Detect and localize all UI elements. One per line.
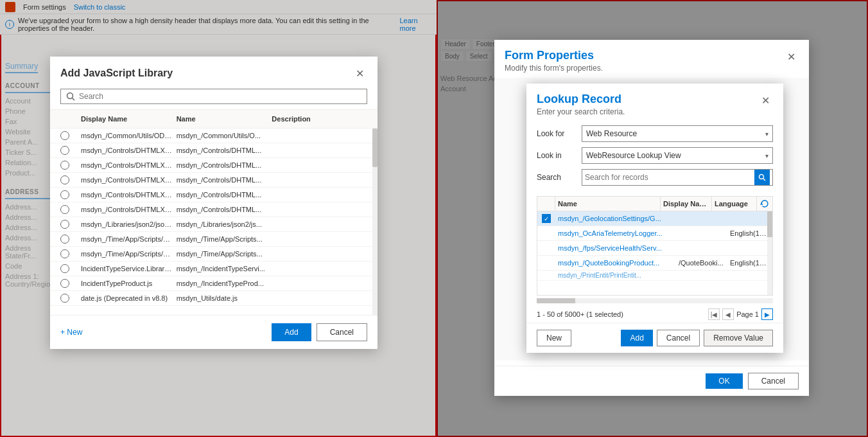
lookup-row-display [676,217,727,220]
row-desc [272,222,367,226]
lookup-cancel-button[interactable]: Cancel [657,330,700,346]
new-button[interactable]: + New [60,328,82,337]
check-icon: ✓ [544,215,549,222]
row-radio[interactable] [60,264,69,273]
row-radio[interactable] [60,131,69,140]
table-row[interactable]: msdyn_/Libraries/json2/json2.js msdyn_/L… [50,217,378,232]
lookup-table: Name Display Name... Language ✓ msdyn_/G… [537,196,773,296]
row-name: msdyn_/Libraries/json2/js... [177,219,272,230]
table-row[interactable]: msdyn_/Controls/DHTMLXSuite/dhtmlx.js ms… [50,202,378,217]
row-radio[interactable] [60,235,69,244]
prev-page-button[interactable]: ◀ [722,308,734,320]
table-row[interactable]: msdyn_/Controls/DHTMLXScheduler/dhtmlxsc… [50,158,378,173]
row-display-name: msdyn_/Controls/DHTMLXScheduler/dhtmlxsc… [81,145,177,156]
dialog-footer: + New Add Cancel [50,315,378,349]
learn-more-link[interactable]: Learn more [400,17,432,32]
lookup-search-button[interactable] [754,170,770,185]
look-in-select[interactable]: WebResource Lookup View ▾ [582,147,773,164]
form-props-ok-button[interactable]: OK [706,373,742,389]
row-radio[interactable] [60,294,69,303]
dialog-search-area [50,86,378,109]
lookup-fields: Look for Web Resource ▾ Look in WebResou… [526,120,783,193]
search-field [582,169,773,186]
row-name: msdyn_/Time/App/Scripts... [177,248,272,260]
row-name: msdyn_/IncidentTypeServi... [177,263,272,274]
add-button[interactable]: Add [272,323,311,341]
table-row[interactable]: IncidentTypeProduct.js msdyn_/IncidentTy… [50,276,378,291]
next-page-button[interactable]: ▶ [761,308,773,320]
form-props-title: Form Properties [505,49,603,62]
row-radio[interactable] [60,161,69,170]
lookup-row-selected[interactable]: ✓ msdyn_/GeolocationSettings/G... [537,211,772,226]
lookup-row[interactable]: msdyn_/fps/ServiceHealth/Serv... [537,241,772,256]
lookup-subtitle: Enter your search criteria. [537,107,625,116]
form-props-footer: OK Cancel [494,366,809,396]
form-props-cancel-button[interactable]: Cancel [748,373,799,389]
info-text: We've upgraded your form to show a high … [18,17,396,32]
table-row[interactable]: msdyn_/Time/App/Scripts/ViewModels/TimeE… [50,232,378,247]
search-icon [66,92,75,101]
row-desc [272,193,367,197]
lookup-row-name[interactable]: msdyn_/QuoteBookingProduct... [555,257,676,269]
row-display-name: msdyn_/Controls/DHTMLXScheduler/dhtmlxsc… [81,174,177,186]
refresh-icon[interactable] [757,197,772,211]
col-display-name: Display Name [81,112,177,125]
lookup-row-name[interactable]: msdyn_OcAriaTelemetryLogger... [555,227,676,239]
table-row[interactable]: msdyn_/Controls/DHTMLXScheduler/dhtmlxsc… [50,173,378,188]
lookup-row-name[interactable]: msdyn_/GeolocationSettings/G... [555,213,676,224]
lookup-horizontal-scrollbar[interactable] [537,298,773,303]
cancel-button[interactable]: Cancel [317,323,367,341]
lookup-footer: New Add Cancel Remove Value [526,323,783,353]
row-display-name: msdyn_/Controls/DHTMLXScheduler/dhtmlxsc… [81,189,177,201]
lookup-close-button[interactable]: ✕ [758,93,773,108]
table-row[interactable]: IncidentTypeService.Library.js msdyn_/In… [50,262,378,276]
lookup-status-bar: 1 - 50 of 5000+ (1 selected) |◀ ◀ Page 1… [526,306,783,323]
row-desc [272,252,367,256]
row-checkbox[interactable]: ✓ [542,214,551,223]
row-desc [272,148,367,152]
row-display-name: msdyn_/Controls/DHTMLXSuite/dhtmlx.js [81,204,177,215]
lookup-col-display-name: Display Name... [661,197,712,211]
switch-to-classic-link[interactable]: Switch to classic [74,3,126,11]
add-js-library-dialog: Add JavaScript Library ✕ Display Name Na… [50,57,378,349]
row-radio[interactable] [60,146,69,155]
form-props-close-button[interactable]: ✕ [783,49,799,64]
row-desc [272,134,367,138]
lookup-row[interactable]: msdyn_OcAriaTelemetryLogger... English(1… [537,226,772,241]
row-radio[interactable] [60,220,69,229]
svg-point-2 [759,175,764,179]
table-row[interactable]: msdyn_/Common/Utils/ODataQueryOptions.js… [50,129,378,143]
table-row[interactable]: msdyn_/Time/App/Scripts/ViewModels/TimeE… [50,247,378,262]
row-name: msdyn_/Common/Utils/O... [177,130,272,141]
lookup-remove-button[interactable]: Remove Value [704,330,773,346]
table-row[interactable]: msdyn_/Controls/DHTMLXScheduler/dhtmlxsc… [50,188,378,202]
pagination: |◀ ◀ Page 1 ▶ [708,308,773,320]
look-for-select[interactable]: Web Resource ▾ [582,125,773,142]
table-row[interactable]: msdyn_/Controls/DHTMLXScheduler/dhtmlxsc… [50,143,378,158]
header-item: Header [440,39,471,49]
row-radio[interactable] [60,190,69,199]
body-item: Body [440,51,464,62]
lookup-new-button[interactable]: New [537,330,571,346]
look-in-value: WebResource Lookup View [586,151,681,160]
row-name: msdyn_/Controls/DHTML... [177,204,272,215]
app-icon [5,2,15,12]
dialog-js-close-button[interactable]: ✕ [352,66,367,81]
lookup-scrollbar[interactable] [767,211,772,295]
col-name: Name [177,112,272,125]
lookup-add-button[interactable]: Add [621,330,652,346]
row-radio[interactable] [60,205,69,214]
row-desc [272,281,367,285]
lookup-row-name[interactable]: msdyn_/fps/ServiceHealth/Serv... [555,242,676,254]
lookup-search-input[interactable] [585,173,752,182]
row-radio[interactable] [60,279,69,288]
row-radio[interactable] [60,249,69,258]
top-bar: Form settings Switch to classic [0,0,437,14]
search-input[interactable] [79,92,361,101]
row-radio[interactable] [60,175,69,184]
first-page-button[interactable]: |◀ [708,308,720,320]
dialog-actions: Add Cancel [272,323,367,341]
table-scrollbar[interactable] [372,129,378,315]
lookup-row[interactable]: msdyn_/QuoteBookingProduct... /QuoteBook… [537,256,772,271]
table-row[interactable]: date.js (Deprecated in v8.8) msdyn_Utils… [50,291,378,306]
